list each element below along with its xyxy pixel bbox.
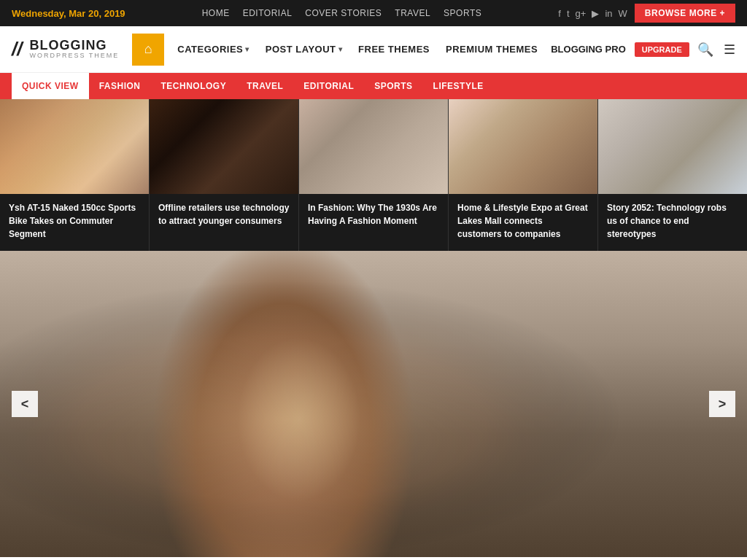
logo-area: // BLOGGING WORDPRESS THEME [12,38,119,61]
catbar-sports[interactable]: SPORTS [364,73,422,99]
nav-premium-themes[interactable]: PREMIUM THEMES [438,44,545,55]
article-img-1 [150,99,298,194]
slider-prev-button[interactable]: < [12,391,38,417]
logo-sub: WORDPRESS THEME [29,52,119,60]
date-display: Wednesday, Mar 20, 2019 [12,8,125,19]
browse-more-button[interactable]: BROWSE MORE + [635,4,735,23]
svg-rect-0 [0,251,747,557]
menu-icon[interactable]: ☰ [724,42,735,58]
top-bar: Wednesday, Mar 20, 2019 HOME EDITORIAL C… [0,0,747,26]
top-nav-home[interactable]: HOME [202,8,230,18]
nav-blogging-pro[interactable]: BLOGGING PRO [546,44,630,55]
article-title-1: Offline retailers use technology to attr… [150,194,298,238]
article-img-4 [598,99,747,194]
article-card-1[interactable]: Offline retailers use technology to attr… [150,99,299,251]
article-img-2 [299,99,448,194]
main-nav: // BLOGGING WORDPRESS THEME ⌂ CATEGORIES… [0,26,747,73]
catbar-quickview[interactable]: QUICK VIEW [12,73,89,99]
social-icons: f t g+ ▶ in W [558,8,627,19]
article-card-4[interactable]: Story 2052: Technology robs us of chance… [598,99,747,251]
catbar-editorial[interactable]: EDITORIAL [293,73,364,99]
top-nav-editorial[interactable]: EDITORIAL [243,8,293,18]
article-title-3: Home & Lifestyle Expo at Great Lakes Mal… [449,194,597,251]
wordpress-icon[interactable]: W [619,8,627,19]
home-button[interactable]: ⌂ [132,34,164,66]
logo-text: BLOGGING WORDPRESS THEME [29,39,119,61]
linkedin-icon[interactable]: in [605,8,612,19]
logo-icon: // [12,38,22,61]
catbar-technology[interactable]: TECHNOLOGY [151,73,237,99]
top-nav-cover-stories[interactable]: COVER STORIES [305,8,382,18]
logo-name: BLOGGING [29,39,119,53]
facebook-icon[interactable]: f [558,8,561,19]
catbar-fashion[interactable]: FASHION [89,73,151,99]
categories-arrow: ▾ [245,45,249,53]
top-nav: HOME EDITORIAL COVER STORIES TRAVEL SPOR… [202,8,482,18]
nav-categories[interactable]: CATEGORIES ▾ [170,44,257,55]
catbar-lifestyle[interactable]: LIFESTYLE [423,73,494,99]
catbar-travel[interactable]: TRAVEL [236,73,293,99]
article-title-0: Ysh AT-15 Naked 150cc Sports Bike Takes … [0,194,149,251]
hero-overlay [0,251,747,557]
nav-right-icons: 🔍 ☰ [697,42,735,58]
top-nav-travel[interactable]: TRAVEL [395,8,430,18]
twitter-icon[interactable]: t [567,8,570,19]
article-img-3 [449,99,597,194]
top-nav-sports[interactable]: SPORTS [444,8,481,18]
article-title-4: Story 2052: Technology robs us of chance… [598,194,747,251]
google-icon[interactable]: g+ [576,8,587,19]
post-layout-arrow: ▾ [338,45,343,53]
nav-free-themes[interactable]: FREE THEMES [351,44,437,55]
youtube-icon[interactable]: ▶ [592,8,599,19]
nav-post-layout[interactable]: POST LAYOUT ▾ [258,44,349,55]
search-icon[interactable]: 🔍 [697,42,713,58]
article-grid: Ysh AT-15 Naked 150cc Sports Bike Takes … [0,99,747,251]
nav-links: CATEGORIES ▾ POST LAYOUT ▾ FREE THEMES P… [170,42,692,57]
upgrade-button[interactable]: UPGRADE [635,42,689,57]
article-img-0 [0,99,149,194]
article-card-3[interactable]: Home & Lifestyle Expo at Great Lakes Mal… [449,99,598,251]
top-bar-right: f t g+ ▶ in W BROWSE MORE + [558,4,735,23]
article-card-0[interactable]: Ysh AT-15 Naked 150cc Sports Bike Takes … [0,99,150,251]
article-card-2[interactable]: In Fashion: Why The 1930s Are Having A F… [299,99,449,251]
hero-slider: < > [0,251,747,557]
slider-next-button[interactable]: > [709,391,735,417]
category-bar: QUICK VIEW FASHION TECHNOLOGY TRAVEL EDI… [0,73,747,99]
article-title-2: In Fashion: Why The 1930s Are Having A F… [299,194,448,238]
